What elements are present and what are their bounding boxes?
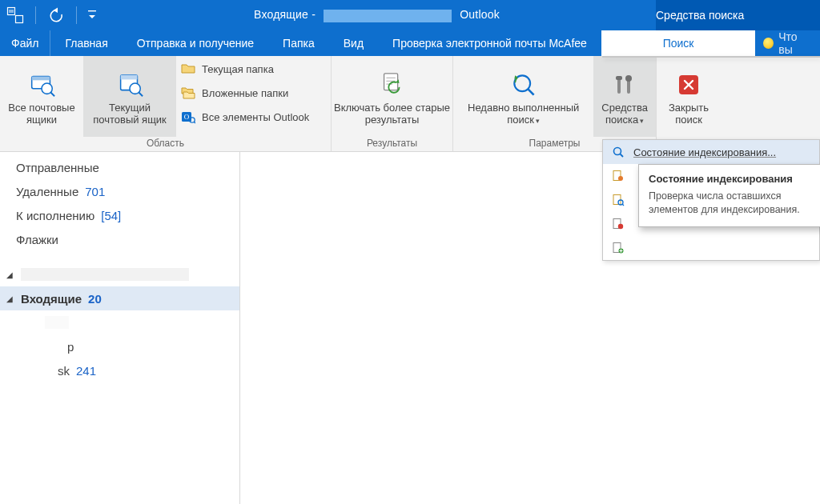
close-search-label: Закрыть поиск xyxy=(658,102,719,126)
svg-rect-27 xyxy=(613,195,621,205)
nav-label: р xyxy=(67,340,74,354)
context-tab-search-tools: Средства поиска xyxy=(656,0,820,30)
current-mailbox-label: Текущий почтовый ящик xyxy=(85,102,175,126)
window-title: Входящие - Outlook xyxy=(98,8,656,22)
title-bar: Входящие - Outlook Средства поиска xyxy=(0,0,820,30)
ribbon-group-results: Включать более старые результаты Результ… xyxy=(332,56,453,151)
nav-account-row[interactable]: ◢ xyxy=(0,262,239,286)
undo-icon[interactable] xyxy=(46,5,66,26)
nav-subfolder-2[interactable]: р xyxy=(0,334,239,358)
nav-count: [54] xyxy=(101,209,121,222)
title-suffix: Outlook xyxy=(460,8,500,21)
svg-point-23 xyxy=(614,148,621,155)
ribbon: Все почтовые ящики Текущий почтовый ящик… xyxy=(0,56,820,152)
nav-label: Удаленные xyxy=(16,185,78,198)
tab-mcafee[interactable]: Проверка электронной почты McAfee xyxy=(378,30,601,56)
account-name-redacted xyxy=(21,268,189,281)
current-mailbox-button[interactable]: Текущий почтовый ящик xyxy=(83,56,176,137)
nav-label: Входящие xyxy=(21,292,82,306)
search-tools-menu: Состояние индексирования... Состояние ин… xyxy=(602,139,820,261)
nav-count: 241 xyxy=(76,364,96,378)
svg-rect-4 xyxy=(32,76,50,80)
svg-point-26 xyxy=(618,176,623,181)
qat-more-icon[interactable] xyxy=(86,5,98,26)
svg-rect-2 xyxy=(88,10,96,11)
folders-icon xyxy=(181,86,195,100)
current-folder-label: Текущая папка xyxy=(202,63,274,75)
search-tools-dropdown xyxy=(602,56,820,58)
collapse-triangle-icon: ◢ xyxy=(6,294,14,303)
tools-icon xyxy=(610,70,639,99)
svg-line-24 xyxy=(621,154,624,158)
tab-file[interactable]: Файл xyxy=(0,30,50,56)
collapse-triangle-icon: ◢ xyxy=(6,270,14,279)
tab-search[interactable]: Поиск xyxy=(601,30,755,56)
group-label-results: Результаты xyxy=(332,137,452,151)
document-check-icon xyxy=(611,217,625,231)
nav-subfolder-3[interactable]: sk 241 xyxy=(0,358,239,382)
recent-search-icon xyxy=(509,70,538,99)
menu-item-5[interactable] xyxy=(603,236,819,260)
tell-me[interactable]: Что вы xyxy=(755,30,820,56)
folder-nav: Отправленные Удаленные 701 К исполнению … xyxy=(0,152,240,504)
subfolders-button[interactable]: Вложенные папки xyxy=(181,83,323,102)
svg-line-6 xyxy=(50,92,54,96)
mailboxes-search-icon xyxy=(27,70,56,99)
document-plus-icon xyxy=(611,241,625,255)
svg-line-14 xyxy=(194,122,195,123)
svg-line-10 xyxy=(139,92,143,96)
title-account-redacted xyxy=(324,10,452,22)
menu-item-label: Состояние индексирования... xyxy=(633,146,776,158)
svg-line-17 xyxy=(528,89,533,94)
tab-folder[interactable]: Папка xyxy=(268,30,329,56)
nav-label: К исполнению xyxy=(16,209,94,222)
nav-item-flags[interactable]: Флажки xyxy=(0,227,239,251)
search-tools-button[interactable]: Средства поиска▾ xyxy=(593,56,656,137)
svg-rect-8 xyxy=(121,74,138,79)
svg-text:O: O xyxy=(184,113,190,121)
tab-view[interactable]: Вид xyxy=(329,30,378,56)
all-mailboxes-label: Все почтовые ящики xyxy=(2,102,82,126)
document-search-icon xyxy=(611,193,625,207)
document-gear-icon xyxy=(611,169,625,183)
all-mailboxes-button[interactable]: Все почтовые ящики xyxy=(0,56,83,137)
nav-count: 20 xyxy=(88,292,102,306)
ribbon-group-options: Недавно выполненный поиск▾ Средства поис… xyxy=(453,56,657,151)
tooltip-title: Состояние индексирования xyxy=(649,173,812,185)
nav-label: sk xyxy=(58,364,70,378)
tell-me-label: Что вы xyxy=(778,30,812,56)
indexing-status-tooltip: Состояние индексирования Проверка числа … xyxy=(638,164,820,227)
nav-subfolder-1[interactable] xyxy=(0,310,239,334)
current-folder-button[interactable]: Текущая папка xyxy=(181,59,323,78)
lightbulb-icon xyxy=(763,38,774,49)
group-label-scope: Область xyxy=(0,137,331,151)
all-outlook-items-button[interactable]: O Все элементы Outlook xyxy=(181,107,323,126)
ribbon-group-close: Закрыть поиск xyxy=(657,56,721,151)
svg-point-5 xyxy=(42,83,52,94)
tab-home[interactable]: Главная xyxy=(50,30,122,56)
svg-point-21 xyxy=(625,75,632,82)
svg-rect-0 xyxy=(8,8,15,15)
nav-count: 701 xyxy=(85,185,105,198)
nav-item-inbox[interactable]: ◢ Входящие 20 xyxy=(0,286,239,310)
nav-item-todo[interactable]: К исполнению [54] xyxy=(0,203,239,227)
mailbox-search-icon xyxy=(115,70,144,99)
tab-send-receive[interactable]: Отправка и получение xyxy=(123,30,268,56)
outlook-items-icon: O xyxy=(181,110,195,124)
qat-customize-icon[interactable] xyxy=(5,5,26,26)
all-outlook-items-label: Все элементы Outlook xyxy=(202,111,309,123)
menu-strip: Файл Главная Отправка и получение Папка … xyxy=(0,30,820,56)
svg-line-29 xyxy=(622,204,624,206)
include-older-label: Включать более старые результаты xyxy=(333,102,451,126)
tooltip-body: Проверка числа оставшихся элементов для … xyxy=(649,190,812,217)
svg-rect-1 xyxy=(16,16,23,23)
close-icon xyxy=(674,70,703,99)
recent-searches-button[interactable]: Недавно выполненный поиск▾ xyxy=(453,56,593,137)
close-search-button[interactable]: Закрыть поиск xyxy=(657,56,721,137)
menu-item-indexing-status[interactable]: Состояние индексирования... xyxy=(603,140,819,164)
include-older-button[interactable]: Включать более старые результаты xyxy=(332,56,452,137)
subfolders-label: Вложенные папки xyxy=(202,87,288,99)
nav-item-deleted[interactable]: Удаленные 701 xyxy=(0,179,239,203)
svg-rect-19 xyxy=(616,76,622,80)
nav-item-sent[interactable]: Отправленные xyxy=(0,155,239,179)
